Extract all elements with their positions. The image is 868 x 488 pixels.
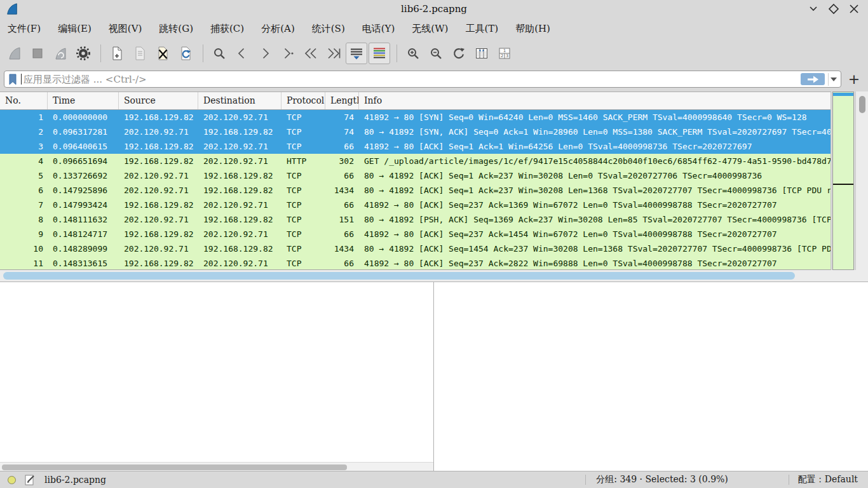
packet-row-7[interactable]: 70.147993424192.168.129.82202.120.92.71T… (0, 198, 831, 212)
cell-len: 1434 (325, 183, 359, 198)
cell-dst: 192.168.129.82 (198, 168, 281, 183)
details-horizontal-scrollbar-thumb[interactable] (2, 464, 347, 470)
save-file-button[interactable] (129, 43, 151, 64)
cell-time: 0.133726692 (48, 168, 119, 183)
start-capture-button[interactable] (4, 43, 25, 64)
cell-len: 302 (325, 154, 359, 168)
vertical-scrollbar[interactable] (855, 92, 868, 270)
column-header-src[interactable]: Source (119, 92, 198, 109)
minimize-button[interactable] (803, 1, 824, 17)
column-header-dst[interactable]: Destination (198, 92, 281, 109)
close-file-button[interactable] (152, 43, 173, 64)
details-horizontal-scrollbar[interactable] (0, 462, 433, 471)
zoom-in-button[interactable] (402, 43, 424, 64)
open-file-button[interactable] (106, 43, 128, 64)
menu-go[interactable]: 跳转(G) (159, 23, 193, 35)
packet-details-pane[interactable] (0, 282, 434, 471)
cell-src: 202.120.92.71 (119, 125, 198, 139)
menu-tools[interactable]: 工具(T) (465, 23, 498, 35)
cell-time: 0.148111632 (48, 212, 119, 227)
status-packet-count: 分组: 349 · Selected: 3 (0.9%) (596, 474, 728, 485)
toolbar-separator (100, 44, 101, 62)
auto-scroll-button[interactable] (346, 43, 367, 64)
packet-row-10[interactable]: 100.148289099202.120.92.71192.168.129.82… (0, 241, 831, 256)
menu-telephony[interactable]: 电话(Y) (362, 23, 395, 35)
packet-row-6[interactable]: 60.147925896202.120.92.71192.168.129.82T… (0, 183, 831, 198)
status-filename[interactable]: lib6-2.pcapng (44, 475, 106, 485)
cell-dst: 202.120.92.71 (198, 110, 281, 125)
packet-row-3[interactable]: 30.096400615192.168.129.82202.120.92.71T… (0, 139, 831, 154)
stop-capture-button[interactable] (27, 43, 48, 64)
menu-view[interactable]: 视图(V) (109, 23, 142, 35)
resize-columns-button[interactable] (471, 43, 492, 64)
cell-src: 192.168.129.82 (119, 154, 198, 168)
packet-bytes-pane[interactable] (435, 282, 868, 471)
cell-no: 8 (0, 212, 48, 227)
bookmark-icon[interactable] (7, 73, 18, 86)
reload-document-icon (178, 46, 193, 61)
restart-capture-button[interactable] (50, 43, 71, 64)
cell-src: 192.168.129.82 (119, 110, 198, 125)
status-profile[interactable]: 配置：Default (798, 474, 858, 485)
capture-comment-icon[interactable] (25, 474, 36, 485)
find-packet-button[interactable] (208, 43, 230, 64)
vertical-scrollbar-thumb[interactable] (859, 96, 865, 113)
reload-file-button[interactable] (175, 43, 196, 64)
go-last-button[interactable] (323, 43, 344, 64)
capture-options-button[interactable] (72, 43, 94, 64)
cell-src: 202.120.92.71 (119, 183, 198, 198)
packet-row-2[interactable]: 20.096317281202.120.92.71192.168.129.82T… (0, 125, 831, 139)
go-first-button[interactable] (300, 43, 322, 64)
go-forward-button[interactable] (254, 43, 276, 64)
packet-row-11[interactable]: 110.148313615192.168.129.82202.120.92.71… (0, 256, 831, 270)
cell-src: 192.168.129.82 (119, 227, 198, 241)
menu-capture[interactable]: 捕获(C) (210, 23, 244, 35)
zoom-out-button[interactable] (425, 43, 447, 64)
go-to-packet-button[interactable] (277, 43, 299, 64)
cell-proto: TCP (281, 212, 325, 227)
intelligent-scrollbar-minimap[interactable] (832, 92, 854, 270)
column-header-info[interactable]: Info (359, 92, 831, 109)
horizontal-scrollbar-thumb[interactable] (3, 272, 795, 280)
zoom-reset-button[interactable] (448, 43, 470, 64)
cell-proto: TCP (281, 227, 325, 241)
layout-button[interactable]: 123 (494, 43, 515, 64)
packet-row-4[interactable]: 40.096651694192.168.129.82202.120.92.71H… (0, 154, 831, 168)
column-header-time[interactable]: Time (48, 92, 119, 109)
display-filter-box[interactable] (4, 71, 841, 88)
filter-dropdown-button[interactable] (828, 73, 838, 86)
menu-statistics[interactable]: 统计(S) (312, 23, 345, 35)
go-back-button[interactable] (231, 43, 253, 64)
cell-info: 80 → 41892 [SYN, ACK] Seq=0 Ack=1 Win=28… (359, 125, 831, 139)
column-header-no[interactable]: No. (0, 92, 48, 109)
cell-info: GET /_upload/article/images/1c/ef/9417e1… (359, 154, 831, 168)
packet-row-1[interactable]: 10.000000000192.168.129.82202.120.92.71T… (0, 110, 831, 125)
maximize-button[interactable] (824, 1, 844, 17)
cell-src: 202.120.92.71 (119, 241, 198, 256)
detail-panes (0, 281, 868, 471)
column-header-len[interactable]: Length (325, 92, 359, 109)
column-header-proto[interactable]: Protocol (281, 92, 325, 109)
menu-analyze[interactable]: 分析(A) (261, 23, 295, 35)
display-filter-input[interactable] (24, 72, 801, 86)
horizontal-scrollbar[interactable] (0, 270, 868, 281)
expert-info-icon[interactable] (8, 476, 16, 484)
apply-filter-button[interactable] (801, 73, 825, 85)
close-button[interactable] (844, 1, 864, 17)
svg-text:3: 3 (506, 53, 508, 58)
colorize-lines-icon (372, 46, 387, 61)
menu-help[interactable]: 帮助(H) (515, 23, 550, 35)
menu-wireless[interactable]: 无线(W) (412, 23, 448, 35)
cell-proto: TCP (281, 241, 325, 256)
magnifier-icon (212, 46, 227, 61)
add-filter-button[interactable]: + (845, 71, 863, 88)
menu-file[interactable]: 文件(F) (8, 23, 41, 35)
autoscroll-icon (349, 46, 364, 61)
packet-row-5[interactable]: 50.133726692202.120.92.71192.168.129.82T… (0, 168, 831, 183)
cell-len: 66 (325, 256, 359, 270)
cell-info: 80 → 41892 [ACK] Seq=1 Ack=237 Win=30208… (359, 168, 831, 183)
colorize-button[interactable] (369, 43, 390, 64)
menu-edit[interactable]: 编辑(E) (58, 23, 92, 35)
packet-row-9[interactable]: 90.148124717192.168.129.82202.120.92.71T… (0, 227, 831, 241)
packet-row-8[interactable]: 80.148111632202.120.92.71192.168.129.82T… (0, 212, 831, 227)
